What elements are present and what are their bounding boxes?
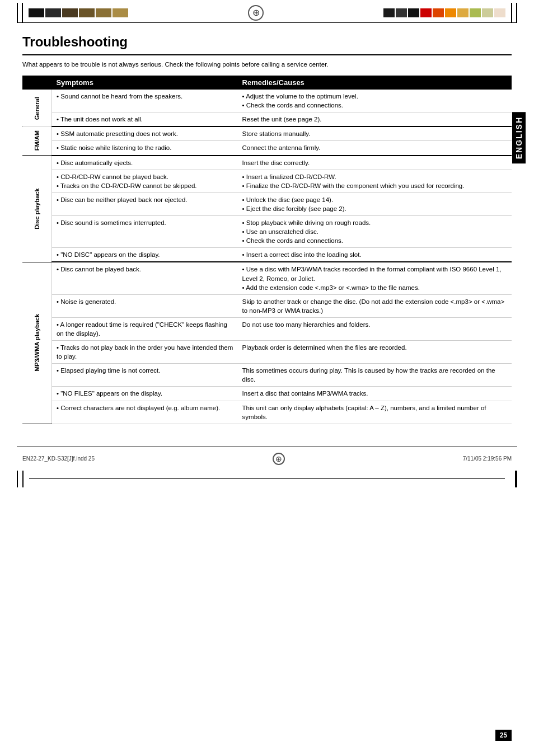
rcolor-6 — [445, 8, 456, 17]
color-block-4 — [79, 8, 95, 17]
symptom-cell: • Sound cannot be heard from the speaker… — [51, 90, 237, 112]
bottom-vline-left2 — [22, 471, 24, 487]
rcolor-5 — [433, 8, 444, 17]
remedy-cell: Insert a disc that contains MP3/WMA trac… — [238, 387, 512, 401]
rcolor-7 — [457, 8, 469, 17]
symptom-cell: • "NO DISC" appears on the display. — [51, 248, 237, 262]
remedy-cell: • Insert a finalized CD-R/CD-RW.• Finali… — [238, 170, 512, 192]
table-row: • Tracks do not play back in the order y… — [22, 341, 512, 364]
remedy-cell: • Stop playback while driving on rough r… — [238, 216, 512, 248]
table-row: • The unit does not work at all.Reset th… — [22, 112, 512, 127]
table-row: • Noise is generated.Skip to another tra… — [22, 294, 512, 317]
table-row: • Correct characters are not displayed (… — [22, 401, 512, 424]
symptom-cell: • Disc cannot be played back. — [51, 262, 237, 294]
vertical-line-left — [17, 3, 18, 22]
rcolor-8 — [470, 8, 481, 17]
table-row: • "NO FILES" appears on the display.Inse… — [22, 387, 512, 401]
remedy-cell: • Unlock the disc (see page 14).• Eject … — [238, 192, 512, 215]
symptom-cell: • A longer readout time is required ("CH… — [51, 317, 237, 340]
symptom-cell: • SSM automatic presetting does not work… — [51, 126, 237, 141]
table-row: • "NO DISC" appears on the display.• Ins… — [22, 248, 512, 262]
table-row: Disc playback• Disc automatically ejects… — [22, 156, 512, 170]
bottom-vline-right2 — [516, 471, 517, 487]
remedy-cell: Reset the unit (see page 2). — [238, 112, 512, 127]
color-block-3 — [62, 8, 78, 17]
rcolor-4 — [420, 8, 432, 17]
remedy-cell: • Adjust the volume to the optimum level… — [238, 90, 512, 112]
page-wrapper: ⊕ ENGLISH Troubleshooting What appears t… — [0, 0, 534, 756]
timestamp: 7/11/05 2:19:56 PM — [463, 456, 512, 462]
color-block-5 — [96, 8, 111, 17]
remedies-header: Remedies/Causes — [238, 76, 512, 90]
bottom-vline-left — [17, 471, 18, 487]
category-cell-MP3/WMA-playback: MP3/WMA playback — [22, 262, 51, 424]
left-color-bar — [29, 8, 128, 17]
remedy-cell: • Insert a correct disc into the loading… — [238, 248, 512, 262]
remedy-cell: This sometimes occurs during play. This … — [238, 364, 512, 387]
bottom-edge — [0, 471, 534, 487]
top-decoration-row: ⊕ — [0, 0, 534, 22]
table-row: • CD-R/CD-RW cannot be played back.• Tra… — [22, 170, 512, 192]
table-row: • Disc can be neither played back nor ej… — [22, 192, 512, 215]
vertical-line-right2 — [516, 3, 517, 22]
vertical-line-left2 — [22, 3, 23, 22]
rcolor-1 — [383, 8, 395, 17]
page-number-area: 25 — [495, 731, 512, 739]
symptom-cell: • The unit does not work at all. — [51, 112, 237, 127]
troubleshoot-table: Symptoms Remedies/Causes General• Sound … — [22, 76, 512, 424]
color-block-1 — [29, 8, 44, 17]
center-area: ⊕ — [128, 5, 383, 21]
symptom-cell: • Correct characters are not displayed (… — [51, 401, 237, 424]
symptom-cell: • CD-R/CD-RW cannot be played back.• Tra… — [51, 170, 237, 192]
table-row: • Static noise while listening to the ra… — [22, 141, 512, 156]
color-block-2 — [45, 8, 61, 17]
symptom-cell: • Disc automatically ejects. — [51, 156, 237, 170]
rcolor-10 — [494, 8, 505, 17]
intro-text: What appears to be trouble is not always… — [22, 60, 512, 69]
rcolor-3 — [408, 8, 419, 17]
bottom-info-bar: EN22-27_KD-S32[J]f.indd 25 ⊕ 7/11/05 2:1… — [0, 450, 534, 468]
table-row: MP3/WMA playback• Disc cannot be played … — [22, 262, 512, 294]
symptom-cell: • Elapsed playing time is not correct. — [51, 364, 237, 387]
symptom-cell: • Noise is generated. — [51, 294, 237, 317]
rcolor-9 — [482, 8, 493, 17]
page-title: Troubleshooting — [22, 34, 512, 50]
remedy-cell: • Use a disc with MP3/WMA tracks recorde… — [238, 262, 512, 294]
file-info: EN22-27_KD-S32[J]f.indd 25 — [22, 456, 95, 462]
symptom-cell: • Disc sound is sometimes interrupted. — [51, 216, 237, 248]
rcolor-2 — [396, 8, 407, 17]
category-cell-Disc-playback: Disc playback — [22, 156, 51, 262]
table-header-row: Symptoms Remedies/Causes — [22, 76, 512, 90]
table-row: • Disc sound is sometimes interrupted.• … — [22, 216, 512, 248]
page-number: 25 — [495, 730, 512, 741]
title-underline — [22, 54, 512, 55]
remedy-cell: This unit can only display alphabets (ca… — [238, 401, 512, 424]
table-row: General• Sound cannot be heard from the … — [22, 90, 512, 112]
table-row: • A longer readout time is required ("CH… — [22, 317, 512, 340]
symptoms-header: Symptoms — [51, 76, 237, 90]
remedy-cell: Do not use too many hierarchies and fold… — [238, 317, 512, 340]
category-cell-FM/AM: FM/AM — [22, 126, 51, 155]
symptom-cell: • Disc can be neither played back nor ej… — [51, 192, 237, 215]
symptom-cell: • "NO FILES" appears on the display. — [51, 387, 237, 401]
right-color-bar — [383, 8, 505, 17]
bottom-hline — [29, 478, 505, 479]
table-row: FM/AM• SSM automatic presetting does not… — [22, 126, 512, 141]
center-crosshair: ⊕ — [248, 5, 264, 21]
symptom-cell: • Static noise while listening to the ra… — [51, 141, 237, 156]
remedy-cell: Connect the antenna firmly. — [238, 141, 512, 156]
english-sidebar: ENGLISH — [512, 112, 526, 163]
bottom-crosshair-area: ⊕ — [95, 453, 463, 465]
bottom-crosshair: ⊕ — [273, 453, 285, 465]
vertical-line-right — [511, 3, 512, 22]
remedy-cell: Store stations manually. — [238, 126, 512, 141]
category-header — [22, 76, 51, 90]
main-content: Troubleshooting What appears to be troub… — [0, 23, 534, 447]
symptom-cell: • Tracks do not play back in the order y… — [51, 341, 237, 364]
remedy-cell: Skip to another track or change the disc… — [238, 294, 512, 317]
category-cell-General: General — [22, 90, 51, 126]
remedy-cell: Insert the disc correctly. — [238, 156, 512, 170]
table-row: • Elapsed playing time is not correct.Th… — [22, 364, 512, 387]
color-block-6 — [113, 8, 128, 17]
remedy-cell: Playback order is determined when the fi… — [238, 341, 512, 364]
